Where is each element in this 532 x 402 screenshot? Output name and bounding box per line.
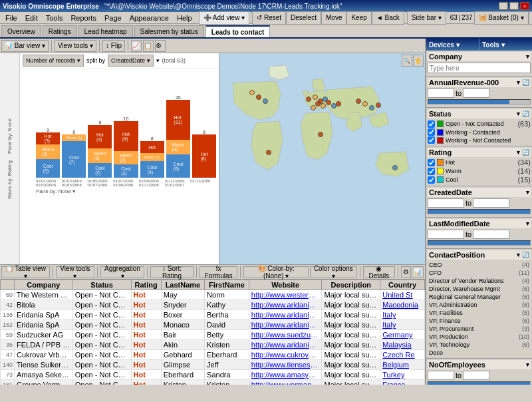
contact-position-item[interactable]: VP, Technology(6) bbox=[428, 341, 531, 349]
table-row[interactable]: 140 Tiense Suikerraffinaderij Open - Not… bbox=[1, 360, 425, 370]
company-search-input[interactable] bbox=[428, 63, 531, 73]
cell-num: 59 bbox=[1, 330, 15, 340]
contact-position-item[interactable]: Deco bbox=[428, 349, 531, 357]
table-content[interactable]: Company Status Rating LastName FirstName… bbox=[0, 280, 425, 385]
add-view-button[interactable]: ➕ Add view ▾ bbox=[199, 11, 250, 25]
table-row[interactable]: 181 Groupe Vermandoise Open - Not Contac… bbox=[1, 380, 425, 385]
aggregation-button[interactable]: Aggregation ▾ bbox=[100, 266, 144, 278]
th-status[interactable]: Status bbox=[72, 280, 131, 290]
table-row[interactable]: 138 Eridania SpA Open - Not Contacted Ho… bbox=[1, 310, 425, 320]
created-date-slider[interactable] bbox=[428, 209, 531, 214]
company-filter: Company ▾ bbox=[426, 51, 532, 77]
contact-position-item[interactable]: VP, Facilities(5) bbox=[428, 309, 531, 317]
back-button[interactable]: ◄ Back bbox=[372, 11, 404, 25]
th-country[interactable]: Country bbox=[380, 280, 425, 290]
minimize-button[interactable]: _ bbox=[499, 2, 508, 10]
menu-appearance[interactable]: Appearance bbox=[126, 13, 173, 23]
tab-lead-heatmap[interactable]: Lead heatmap bbox=[78, 25, 133, 37]
table-view-dropdown[interactable]: 📋 Table view ▾ bbox=[1, 266, 50, 278]
contact-position-item[interactable]: VP, Production(10) bbox=[428, 333, 531, 341]
contact-position-item[interactable]: VP, Procurement(3) bbox=[428, 325, 531, 333]
created-date-to[interactable]: 16/12/2006 bbox=[473, 198, 509, 208]
menu-page[interactable]: Page bbox=[100, 13, 126, 23]
status-check-1[interactable] bbox=[428, 120, 435, 128]
basket-button[interactable]: 🧺 Basket (0) ▾ bbox=[474, 11, 529, 25]
last-modified-from[interactable]: 07/12/1999 bbox=[428, 230, 464, 239]
th-num[interactable] bbox=[1, 280, 15, 290]
maximize-button[interactable]: □ bbox=[509, 2, 519, 10]
rating-check-warm[interactable] bbox=[428, 168, 435, 175]
color-by-button[interactable]: 🎨 Color-by: (None) ▾ bbox=[243, 266, 309, 278]
table-row[interactable]: 35 FELDA / PPB Group Open - Not Contacte… bbox=[1, 340, 425, 350]
contact-position-item[interactable]: Director of Vendor Relations(4) bbox=[428, 277, 531, 285]
map-btn-1[interactable]: 🔍 bbox=[402, 55, 412, 67]
help-button[interactable]: ? bbox=[529, 11, 532, 25]
split-by-selector[interactable]: CreatedDate ▾ bbox=[108, 55, 154, 67]
deselect-button[interactable]: Deselect bbox=[286, 11, 321, 25]
last-modified-date-range: 07/12/1999 to 16/03/2007 bbox=[428, 230, 531, 239]
sort-button[interactable]: ↕ Sort: Rating bbox=[150, 266, 194, 278]
annual-revenue-to[interactable]: 840,000 bbox=[463, 89, 489, 98]
th-website[interactable]: Website bbox=[249, 280, 322, 290]
tab-ratings[interactable]: Ratings bbox=[43, 25, 77, 37]
view-tools-button[interactable]: View tools ▾ bbox=[55, 40, 96, 52]
table-row[interactable]: 60 The Western Sugar Cooperativ Open - N… bbox=[1, 290, 425, 300]
tbl-icon-2[interactable]: 📊 bbox=[412, 266, 424, 278]
contact-position-item[interactable]: CFO(11) bbox=[428, 269, 531, 277]
table-view-tools[interactable]: View tools ▾ bbox=[56, 266, 94, 278]
last-modified-to[interactable]: 16/03/2007 bbox=[473, 230, 509, 239]
icon-btn-3[interactable]: ⚙ bbox=[155, 40, 166, 52]
table-row[interactable]: 59 Sudzucker AG Open - Not Contacted Hot… bbox=[1, 330, 425, 340]
th-company[interactable]: Company bbox=[15, 280, 73, 290]
tab-salesmen-by-status[interactable]: Salesmen by status bbox=[134, 25, 204, 37]
th-lastname[interactable]: LastName bbox=[161, 280, 204, 290]
sidebar-button[interactable]: Side bar ▾ bbox=[407, 11, 446, 25]
icon-btn-2[interactable]: 📋 bbox=[143, 40, 154, 52]
rating-check-cool[interactable] bbox=[428, 176, 435, 184]
th-description[interactable]: Description bbox=[322, 280, 380, 290]
flip-button[interactable]: ↕ Flip bbox=[102, 40, 125, 52]
menu-reports[interactable]: Reports bbox=[66, 13, 100, 23]
tbl-icon-1[interactable]: ⚙ bbox=[401, 266, 411, 278]
tab-overview[interactable]: Overview bbox=[1, 25, 41, 37]
last-modified-slider[interactable] bbox=[428, 240, 531, 246]
status-check-2[interactable] bbox=[428, 128, 435, 136]
move-button[interactable]: Move bbox=[321, 11, 346, 25]
close-button[interactable]: × bbox=[520, 2, 529, 10]
color-options-button[interactable]: Color options ▾ bbox=[310, 266, 357, 278]
bar-view-dropdown[interactable]: 📊 Bar view ▾ bbox=[1, 40, 49, 52]
menu-tools[interactable]: Tools bbox=[42, 13, 67, 23]
menu-help[interactable]: Help bbox=[173, 13, 196, 23]
map-btn-2[interactable]: ✋ bbox=[413, 55, 424, 67]
contact-position-item[interactable]: VP, Finance(6) bbox=[428, 317, 531, 325]
th-rating[interactable]: Rating bbox=[131, 280, 161, 290]
reset-button[interactable]: ↺ Reset bbox=[252, 11, 286, 25]
contact-position-item[interactable]: Regional General Manager(6) bbox=[428, 293, 531, 301]
status-check-3[interactable] bbox=[428, 136, 435, 144]
annual-revenue-slider[interactable] bbox=[428, 99, 531, 104]
table-row[interactable]: 47 Cukrovar Vrballar a.s. Open - Not Con… bbox=[1, 350, 425, 360]
table-row[interactable]: 73 Amasya Seker Fabrikasi A.S. Open - No… bbox=[1, 370, 425, 380]
tab-leads-to-contact[interactable]: Leads to contact bbox=[205, 25, 270, 37]
table-row[interactable]: 152 Eridania SpA Open - Not Contacted Ho… bbox=[1, 320, 425, 330]
icon-btn-1[interactable]: 📈 bbox=[131, 40, 142, 52]
th-firstname[interactable]: FirstName bbox=[205, 280, 249, 290]
annual-revenue-from[interactable]: 1,650 bbox=[428, 89, 454, 98]
menu-file[interactable]: File bbox=[1, 13, 21, 23]
table-row[interactable]: 42 Bitola Open - Not Contacted Hot Snyde… bbox=[1, 300, 425, 310]
menu-edit[interactable]: Edit bbox=[21, 13, 42, 23]
contact-position-item[interactable]: Director, Warehouse Mgmt(6) bbox=[428, 285, 531, 293]
devices-header[interactable]: Devices ▾ bbox=[426, 39, 479, 51]
details-button[interactable]: ◉ Details bbox=[363, 266, 396, 278]
keep-button[interactable]: Keep bbox=[346, 11, 371, 25]
employees-slider[interactable] bbox=[428, 381, 531, 385]
rating-check-hot[interactable] bbox=[428, 159, 435, 166]
formulas-button[interactable]: fx Formulas bbox=[200, 266, 237, 278]
employees-to[interactable]: 40,000 bbox=[463, 371, 489, 380]
created-date-from[interactable]: 27/08/1992 bbox=[428, 198, 464, 208]
employees-from[interactable]: 0 bbox=[428, 371, 454, 380]
y-axis-selector[interactable]: Number of records ▾ bbox=[23, 55, 84, 67]
contact-position-item[interactable]: CEO(4) bbox=[428, 261, 531, 269]
tools-header[interactable]: Tools ▾ bbox=[479, 39, 532, 51]
contact-position-item[interactable]: VP, Administration(6) bbox=[428, 301, 531, 309]
